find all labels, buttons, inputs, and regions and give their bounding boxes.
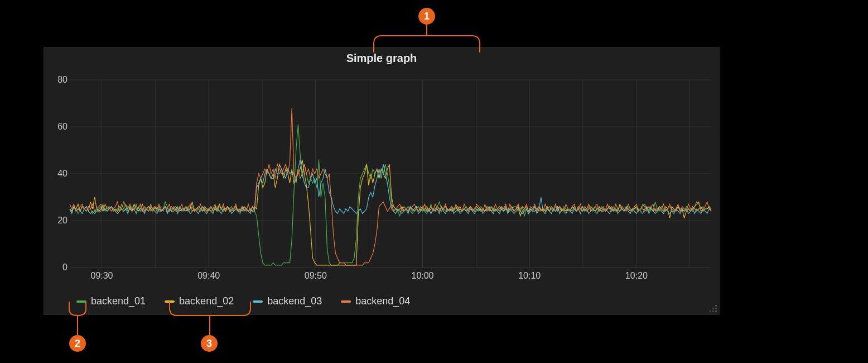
y-tick-label: 60 bbox=[57, 122, 67, 132]
legend-item[interactable]: backend_03 bbox=[253, 295, 322, 307]
x-tick-label: 10:20 bbox=[625, 271, 648, 281]
panel-title: Simple graph bbox=[44, 52, 719, 65]
legend-item[interactable]: backend_02 bbox=[165, 295, 234, 307]
x-tick-label: 10:10 bbox=[518, 271, 541, 281]
series-line bbox=[70, 160, 711, 265]
legend-label: backend_04 bbox=[355, 295, 410, 307]
legend-swatch bbox=[165, 300, 175, 303]
x-tick-label: 09:40 bbox=[197, 271, 220, 281]
legend: backend_01backend_02backend_03backend_04 bbox=[76, 295, 410, 307]
legend-swatch bbox=[253, 300, 263, 303]
series-line bbox=[70, 108, 711, 265]
legend-swatch bbox=[341, 300, 351, 303]
legend-item[interactable]: backend_01 bbox=[76, 295, 146, 307]
x-tick-label: 09:30 bbox=[90, 271, 113, 281]
callout-badge-3: 3 bbox=[201, 335, 218, 352]
legend-item[interactable]: backend_04 bbox=[341, 295, 410, 307]
y-tick-label: 0 bbox=[62, 262, 67, 273]
resize-handle-icon[interactable] bbox=[709, 304, 717, 312]
callout-number: 1 bbox=[424, 11, 430, 22]
series-line bbox=[70, 125, 711, 265]
x-axis: 09:3009:4009:5010:0010:1010:20 bbox=[70, 271, 711, 284]
y-tick-label: 80 bbox=[57, 75, 67, 85]
legend-swatch bbox=[76, 300, 86, 303]
y-axis: 020406080 bbox=[50, 80, 67, 268]
legend-label: backend_02 bbox=[179, 295, 234, 307]
callout-badge-2: 2 bbox=[69, 335, 86, 352]
x-tick-label: 10:00 bbox=[411, 271, 433, 281]
callout-badge-1: 1 bbox=[418, 8, 435, 25]
legend-label: backend_01 bbox=[91, 295, 146, 307]
graph-panel[interactable]: Simple graph 020406080 09:3009:4009:5010… bbox=[44, 47, 720, 315]
y-tick-label: 40 bbox=[57, 169, 67, 179]
y-tick-label: 20 bbox=[57, 216, 67, 226]
x-tick-label: 09:50 bbox=[305, 271, 327, 281]
callout-number: 3 bbox=[206, 338, 212, 350]
legend-label: backend_03 bbox=[267, 295, 322, 307]
callout-number: 2 bbox=[75, 338, 80, 350]
plot-area[interactable] bbox=[70, 80, 711, 268]
